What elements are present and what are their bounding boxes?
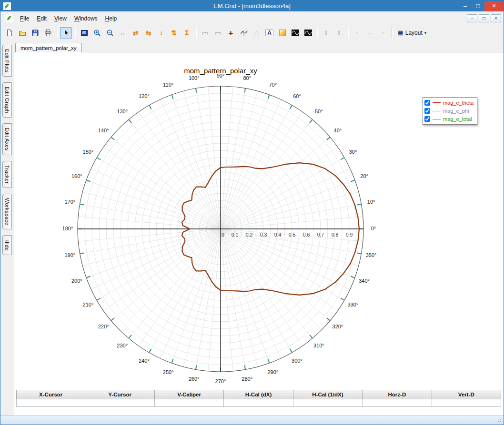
angle-tick-label: 40° [334, 128, 342, 133]
open-button[interactable] [16, 27, 28, 39]
save-button[interactable] [29, 27, 41, 39]
radial-tick-label: 0.1 [232, 232, 239, 237]
readout-value-x-cursor [16, 399, 85, 407]
menu-item-file[interactable]: File [16, 13, 33, 24]
app-window: EM.Grid - [mom3dlesson4a] – □ × FileEdit… [0, 0, 504, 425]
angle-tick-label: 80° [243, 75, 251, 81]
layout-label: Layout [405, 30, 423, 36]
sidebar-tab-tracker[interactable]: Tracker [2, 161, 12, 188]
mdi-restore-button[interactable]: □ [479, 14, 489, 22]
angle-tick-label: 270° [215, 378, 226, 384]
legend-label: mag_e_phi [443, 108, 469, 114]
toolbar: ↔⇄⇆↕⇅Σ▭▭+△A⇕⇕▫⇔▫≣Layout▾ [0, 25, 504, 41]
legend-checkbox-mag-e-phi[interactable] [424, 108, 430, 114]
radial-tick-label: 0.3 [260, 232, 267, 237]
tracker-button[interactable] [238, 27, 250, 39]
sidebar-tab-edit-graph[interactable]: Edit Graph [2, 82, 12, 118]
angle-tick-label: 70° [269, 82, 277, 88]
angle-tick-label: 250° [163, 369, 174, 375]
readout-header-horz-d: Horz-D [363, 390, 432, 399]
fit-height-alt-button[interactable]: ⇕ [333, 27, 345, 39]
sidebar: Edit PlotsEdit GraphEdit AxesTrackerWork… [0, 41, 14, 415]
mdi-close-button[interactable]: × [491, 14, 501, 22]
zoom-out-button[interactable] [104, 27, 116, 39]
readout-value-vert-d [432, 399, 501, 407]
scroll-x-button[interactable]: ⇄ [130, 27, 141, 39]
sidebar-tab-workspace[interactable]: Workspace [2, 194, 12, 230]
menu-item-help[interactable]: Help [101, 13, 121, 24]
angle-tick-label: 130° [117, 109, 128, 114]
angle-tick-label: 120° [139, 93, 150, 99]
scroll-y-button[interactable]: ⇅ [168, 27, 180, 39]
maximize-button[interactable]: □ [472, 1, 484, 11]
graph-dark-2-button[interactable] [302, 27, 314, 39]
zoom-rect-button[interactable]: ▭ [212, 27, 224, 39]
close-button[interactable]: × [484, 1, 504, 11]
mdi-minimize-button[interactable]: – [467, 14, 477, 22]
page-color-button[interactable] [276, 27, 288, 39]
select-rect-button[interactable]: ▭ [199, 27, 211, 39]
print-button[interactable] [42, 27, 54, 39]
legend-checkbox-mag-e-theta[interactable] [424, 100, 430, 106]
graph-dark-1-button[interactable] [289, 27, 301, 39]
sidebar-tab-hide[interactable]: Hide [2, 235, 12, 255]
readout-value-h-cal-dx [224, 399, 293, 407]
layout-dropdown[interactable]: ≣Layout▾ [394, 27, 430, 39]
legend-checkbox-mag-e-total[interactable] [424, 116, 430, 122]
fit-height-button[interactable]: ⇕ [320, 27, 332, 39]
legend-line-sample [433, 111, 441, 111]
readout-value-horz-d [363, 399, 432, 407]
radial-tick-label: 0 [222, 232, 224, 237]
readout-header-vert-d: Vert-D [432, 390, 501, 399]
readout-header-y-cursor: Y-Cursor [85, 390, 154, 399]
angle-tick-label: 310° [313, 343, 324, 348]
compress-x-button[interactable]: ⇆ [142, 27, 154, 39]
toolbar-separator [348, 28, 348, 38]
angle-tick-label: 0° [371, 226, 376, 231]
grid-left-button[interactable]: ▫ [351, 27, 363, 39]
expand-y-button[interactable]: ↕ [155, 27, 167, 39]
readout-header-x-cursor: X-Cursor [16, 390, 85, 399]
menu-bar: FileEditViewWindowsHelp – □ × [0, 11, 504, 25]
angle-tick-label: 190° [64, 252, 75, 258]
zoom-in-button[interactable] [91, 27, 103, 39]
title-bar[interactable]: EM.Grid - [mom3dlesson4a] – □ × [0, 0, 504, 11]
chart-title: mom_pattern_polar_xy [184, 67, 257, 75]
fit-width-button[interactable]: ⇔ [364, 27, 376, 39]
sidebar-tab-edit-axes[interactable]: Edit Axes [2, 123, 12, 155]
angle-tick-label: 290° [267, 369, 278, 375]
pointer-button[interactable] [60, 27, 72, 39]
minimize-button[interactable]: – [459, 1, 472, 11]
cursor-readout-table: X-CursorY-CursorV-CaliperH-Cal (dX)H-Cal… [16, 390, 501, 407]
legend-item-mag-e-phi: mag_e_phi [424, 107, 474, 115]
menu-item-view[interactable]: View [50, 13, 71, 24]
menu-item-edit[interactable]: Edit [33, 13, 50, 24]
toolbar-separator [196, 28, 196, 38]
angle-tick-label: 180° [62, 226, 73, 231]
resize-grip[interactable] [497, 418, 501, 422]
text-annotation-button[interactable]: A [263, 27, 275, 39]
new-button[interactable] [3, 27, 15, 39]
angle-tick-label: 320° [333, 324, 343, 329]
angle-tick-label: 140° [98, 128, 109, 133]
menu-item-windows[interactable]: Windows [71, 13, 101, 24]
autoscale-button[interactable]: Σ [181, 27, 193, 39]
angle-tick-label: 230° [117, 343, 128, 348]
triangle-annotation-button[interactable]: △ [251, 27, 262, 39]
tab-strip: mom_pattern_polar_xy [14, 41, 504, 52]
radial-tick-label: 0.2 [246, 232, 253, 237]
zoom-window-button[interactable] [78, 27, 90, 39]
angle-tick-label: 220° [98, 324, 109, 329]
sidebar-tab-edit-plots[interactable]: Edit Plots [2, 45, 12, 77]
angle-tick-label: 150° [83, 149, 94, 155]
angle-tick-label: 60° [293, 93, 301, 99]
document-icon [6, 14, 13, 22]
chevron-down-icon: ▾ [424, 30, 427, 35]
crosshair-button[interactable]: + [225, 27, 237, 39]
toolbar-separator [75, 28, 75, 38]
grid-right-button[interactable]: ▫ [377, 27, 389, 39]
tab-mom-pattern-polar-xy[interactable]: mom_pattern_polar_xy [15, 43, 82, 52]
expand-x-button[interactable]: ↔ [117, 27, 129, 39]
plot-area: 00.10.20.30.40.50.60.70.80.90°10°20°30°4… [14, 52, 504, 415]
readout-value-h-cal-1-dx [293, 399, 363, 407]
